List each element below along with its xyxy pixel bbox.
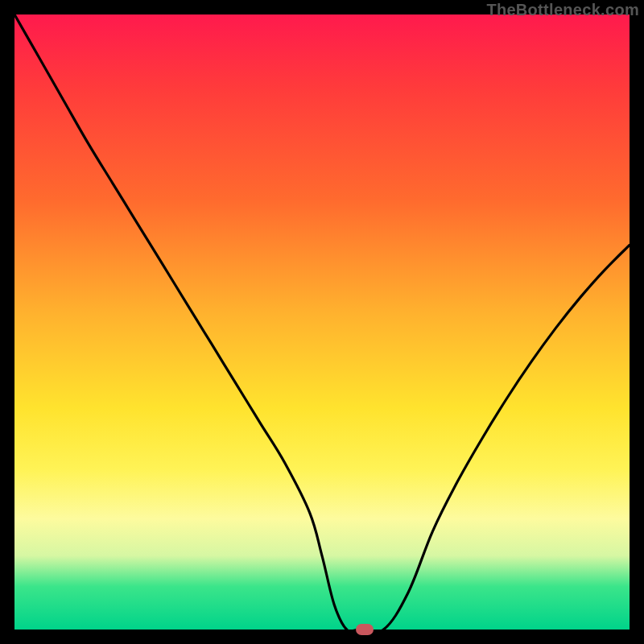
bottleneck-curve xyxy=(14,14,630,630)
curve-svg xyxy=(14,14,630,630)
plot-area xyxy=(14,14,630,630)
chart-root: { "watermark": "TheBottleneck.com", "cha… xyxy=(0,0,644,644)
minimum-marker xyxy=(356,624,374,635)
watermark-label: TheBottleneck.com xyxy=(486,2,639,18)
